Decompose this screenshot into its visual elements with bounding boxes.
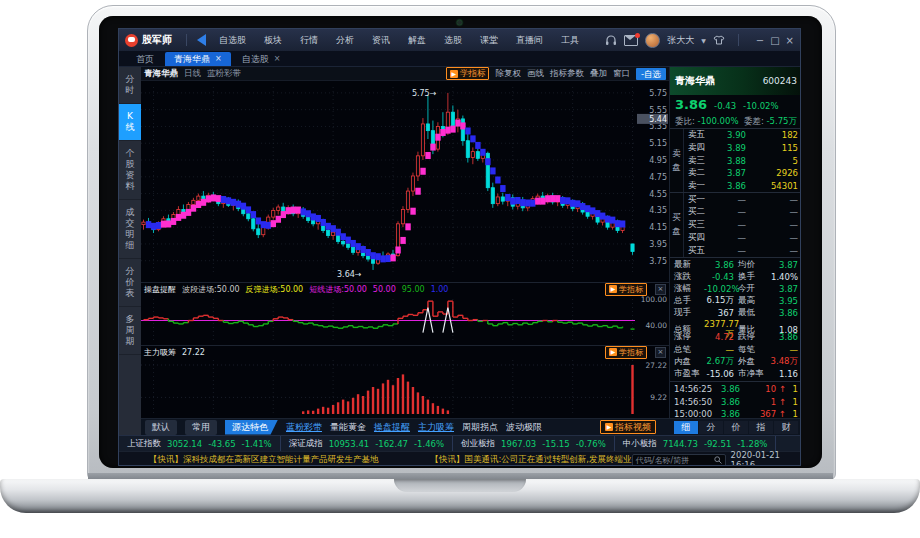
sidebar-item-多周期[interactable]: 多周期 — [119, 307, 141, 355]
menu-item-工具[interactable]: 工具 — [561, 34, 579, 47]
kline-panel[interactable]: 5.755.555.355.154.954.754.554.354.153.95… — [141, 81, 669, 281]
menu-item-解盘[interactable]: 解盘 — [408, 34, 426, 47]
svg-text:9.22: 9.22 — [650, 393, 667, 402]
menu-item-行情[interactable]: 行情 — [300, 34, 318, 47]
maximize-button[interactable]: □ — [770, 35, 779, 46]
stat-label: 市净率 — [738, 368, 766, 380]
indicator-tab-蓝粉彩带[interactable]: 蓝粉彩带 — [286, 421, 322, 434]
news-ticker[interactable]: 【快讯】深科技成都在高新区建立智能计量产品研发生产基地【快讯】国美通讯:公司正在… — [119, 454, 632, 466]
index-cell-深证成指: 深证成指10953.41-162.47-1.46% — [281, 436, 453, 452]
close-button[interactable]: × — [786, 35, 794, 46]
tick-price: 3.86 — [712, 409, 740, 419]
order-level: 买二 — [688, 206, 714, 218]
chart-overlay-name[interactable]: 蓝粉彩带 — [207, 68, 241, 80]
menu-item-课堂[interactable]: 课堂 — [480, 34, 498, 47]
sidebar-item-分时[interactable]: 分时 — [119, 67, 141, 104]
order-volume: 5 — [746, 156, 798, 166]
indicator1-param: 短线进场:50.00 — [309, 284, 367, 295]
divider — [738, 34, 739, 46]
stat-label: 涨幅 — [674, 283, 704, 295]
svg-text:27.22: 27.22 — [646, 361, 668, 370]
panel-close-icon[interactable]: × — [655, 284, 666, 295]
menu-item-板块[interactable]: 板块 — [264, 34, 282, 47]
minimize-button[interactable]: − — [756, 35, 764, 46]
order-level: 买五 — [688, 245, 714, 257]
remove-watchlist-button[interactable]: -自选 — [636, 68, 666, 80]
panel-close-icon[interactable]: × — [655, 347, 666, 358]
order-row-卖一: 卖一3.8654301 — [684, 180, 801, 193]
svg-text:4.15: 4.15 — [649, 223, 667, 232]
stat-row-涨幅: 涨幅-10.02%今开3.87 — [674, 283, 798, 295]
order-level: 买三 — [688, 219, 714, 231]
sidebar-item-K线[interactable]: K线 — [119, 104, 141, 141]
indicator-tab-主力吸筹[interactable]: 主力吸筹 — [418, 421, 454, 434]
tick-volume: 10 ↑ — [740, 384, 786, 394]
index-change: -43.65 — [208, 439, 235, 449]
headset-icon[interactable] — [605, 35, 617, 46]
back-arrow-icon[interactable] — [197, 34, 206, 46]
learn-indicator-button[interactable]: ▶学指标 — [605, 283, 647, 296]
toolbar-item-叠加[interactable]: 叠加 — [590, 68, 607, 80]
indicator-tab-波动极限[interactable]: 波动极限 — [506, 421, 542, 434]
indicator-tab-操盘提醒[interactable]: 操盘提醒 — [374, 421, 410, 434]
stock-search-box[interactable]: 代码/名称/简拼 — [632, 454, 726, 467]
menu-item-选股[interactable]: 选股 — [444, 34, 462, 47]
quote-tab-分[interactable]: 分 — [699, 421, 723, 434]
sidebar-item-分价表[interactable]: 分价表 — [119, 259, 141, 307]
indicator1-panel[interactable]: 操盘提醒 波段进场:50.00反弹进场:50.00短线进场:50.0050.00… — [141, 282, 669, 345]
quote-tab-财[interactable]: 财 — [774, 421, 798, 434]
indicator1-param: 95.00 — [402, 285, 425, 294]
indicator-tab-量能黄金[interactable]: 量能黄金 — [330, 421, 366, 434]
tab-首页[interactable]: 首页 — [127, 52, 163, 66]
index-change: -92.51 — [704, 439, 731, 449]
quote-price-row: 3.86 -0.43 -10.02% — [670, 95, 801, 115]
stat-label: 最新 — [674, 259, 704, 271]
toolbar-item-指标参数[interactable]: 指标参数 — [550, 68, 584, 80]
svg-text:5.75: 5.75 — [649, 89, 667, 98]
chevron-down-icon[interactable]: ▼ — [701, 37, 706, 44]
quote-tab-价[interactable]: 价 — [724, 421, 748, 434]
order-row-买一: 买一—— — [684, 193, 801, 206]
stat-value: 3.86 — [766, 308, 798, 318]
user-avatar[interactable] — [645, 33, 660, 48]
indicator-tab-源达特色[interactable]: 源达特色 — [225, 420, 278, 435]
menu-item-自选股[interactable]: 自选股 — [219, 34, 246, 47]
learn-indicator-button[interactable]: ▶学指标 — [446, 67, 490, 80]
toolbar-item-除复权[interactable]: 除复权 — [495, 68, 521, 80]
news-item[interactable]: 【快讯】深科技成都在高新区建立智能计量产品研发生产基地 — [149, 454, 379, 466]
tab-close-icon[interactable]: × — [274, 52, 281, 66]
quote-tab-指[interactable]: 指 — [749, 421, 773, 434]
learn-indicator-button[interactable]: ▶学指标 — [605, 346, 647, 359]
indicator-tab-默认[interactable]: 默认 — [145, 420, 177, 435]
sidebar-item-成交明细[interactable]: 成交明细 — [119, 200, 141, 259]
mail-icon[interactable] — [624, 35, 638, 46]
mail-badge — [635, 33, 640, 38]
username[interactable]: 张大大 — [667, 34, 694, 47]
indicator-video-button[interactable]: ▶指标视频 — [600, 420, 656, 434]
play-icon: ▶ — [609, 285, 617, 293]
tab-close-icon[interactable]: × — [215, 52, 222, 66]
menu-item-分析[interactable]: 分析 — [336, 34, 354, 47]
order-row-买五: 买五—— — [684, 244, 801, 257]
sidebar-item-个股资料[interactable]: 个股资料 — [119, 141, 141, 200]
stat-value: -10.02% — [704, 284, 738, 294]
indicator-tab-周期拐点[interactable]: 周期拐点 — [462, 421, 498, 434]
toolbar-item-画线[interactable]: 画线 — [527, 68, 544, 80]
indicator2-panel[interactable]: 主力吸筹 27.22 ▶学指标× 27.229.22 — [141, 345, 669, 418]
shirt-icon[interactable] — [713, 35, 725, 45]
tick-count: 1 — [786, 397, 798, 407]
index-pct: -1.46% — [414, 439, 444, 449]
indicator-tab-常用[interactable]: 常用 — [185, 420, 217, 435]
svg-text:5.75→: 5.75→ — [412, 89, 437, 98]
quote-tab-细[interactable]: 细 — [674, 421, 698, 434]
kline-chart[interactable]: 5.755.555.355.154.954.754.554.354.153.95… — [141, 81, 669, 281]
last-price: 3.86 — [675, 97, 707, 112]
menu-item-直播间[interactable]: 直播间 — [516, 34, 543, 47]
toolbar-item-窗口[interactable]: 窗口 — [613, 68, 630, 80]
tab-自选股[interactable]: 自选股× — [233, 52, 290, 66]
order-row-卖五: 卖五3.90182 — [684, 129, 801, 142]
menu-item-资讯[interactable]: 资讯 — [372, 34, 390, 47]
chart-period[interactable]: 日线 — [184, 68, 201, 80]
news-item[interactable]: 【快讯】国美通讯:公司正在通过转型创新,发展终端业务和创新业务寻求 — [431, 454, 632, 466]
tab-青海华鼎[interactable]: 青海华鼎× — [165, 52, 231, 66]
